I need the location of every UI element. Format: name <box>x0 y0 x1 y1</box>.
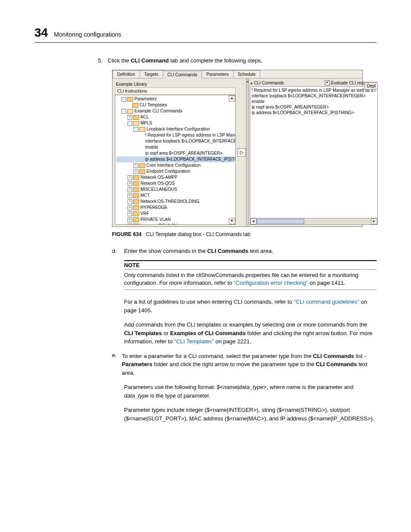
tree-node[interactable]: interface loopback $<LOOPBACK_INTERFACE|… <box>116 138 234 144</box>
substep-d: d. Enter the show commands in the CLI Co… <box>112 248 377 254</box>
tree-scroll-down[interactable]: ▾ <box>229 218 235 224</box>
tree-node-label: Network OS-QOS <box>140 181 174 186</box>
tab-parameters[interactable]: Parameters <box>202 70 234 78</box>
link-config-error-checking[interactable]: "Configuration error checking" <box>234 280 308 286</box>
folder-icon <box>133 199 139 204</box>
scroll-right-button[interactable]: ▸ <box>371 218 377 224</box>
folder-icon <box>132 103 138 108</box>
tree-node[interactable]: +MISCELLANEOUS <box>116 187 234 193</box>
tree-node-label: PRIVATE VLAN <box>140 217 171 222</box>
move-right-button[interactable]: ▷ <box>237 148 246 157</box>
expand-icon[interactable]: - <box>121 109 126 114</box>
link-cli-command-guidelines[interactable]: "CLI command guidelines" <box>294 299 359 305</box>
checkbox-icon: ✔ <box>325 80 330 85</box>
tree-node-label: Network OS-AMPP <box>140 175 177 180</box>
tree-node-label: VRF <box>140 211 149 216</box>
tab-schedule[interactable]: Schedule <box>233 70 261 78</box>
folder-icon <box>139 127 145 132</box>
expand-icon[interactable]: + <box>128 193 132 198</box>
folder-icon <box>133 115 139 120</box>
expand-icon[interactable]: + <box>128 205 132 210</box>
cli-commands-pane: CLI Commands ✔ Evaluate CLI responses ! … <box>249 78 380 227</box>
expand-icon[interactable]: + <box>128 212 132 216</box>
pane-collapse-handle[interactable]: ◂ <box>246 78 249 227</box>
expand-icon[interactable]: - <box>128 121 132 126</box>
page-header: 34 Monitoring configurations <box>34 26 377 43</box>
tree-node[interactable]: ip ospf area $<OSPF_AREA|INTEGER> <box>116 150 234 156</box>
tab-definition[interactable]: Definition <box>112 70 140 78</box>
expand-icon[interactable]: + <box>128 175 132 180</box>
expand-icon[interactable]: + <box>128 181 132 186</box>
editor-line: enable <box>252 99 376 104</box>
folder-icon <box>133 121 139 126</box>
tab-cli-commands[interactable]: CLI Commands <box>163 71 202 78</box>
tree-scroll-up[interactable]: ▴ <box>229 95 235 102</box>
tab-targets[interactable]: Targets <box>140 70 163 78</box>
expand-icon[interactable]: + <box>128 187 132 192</box>
note-body: Only commands listed in the cliShowComma… <box>124 270 377 290</box>
tree-node-label: Example CLI Commands <box>134 109 182 113</box>
folder-icon <box>139 163 145 168</box>
tree-node[interactable]: +Network OS-THRESHOLDING <box>116 199 234 205</box>
tree-node[interactable]: +HYPEREDGE <box>116 205 234 211</box>
tree-node[interactable]: +Network OS-QOS <box>116 180 234 187</box>
note-block: NOTE Only commands listed in the cliShow… <box>124 260 377 290</box>
tree-node[interactable]: ! Required for LSP egress address in LSP… <box>116 132 234 138</box>
tree-node[interactable]: ip address $<LOOPBACK_INTERFACE_IP|STRIN… <box>116 156 234 162</box>
editor-line: ! Required for LSP egress address in LSP… <box>252 87 376 93</box>
expand-icon[interactable]: - <box>121 97 126 102</box>
folder-icon <box>133 187 139 192</box>
tree-node[interactable]: +Core Interface Configuration <box>116 162 234 168</box>
link-cli-templates[interactable]: "CLI Templates" <box>174 338 214 345</box>
tree-node[interactable]: enable <box>116 144 234 150</box>
tree-node[interactable]: -Loopback Interface Configuration <box>116 126 234 132</box>
tree-node-label: ACL <box>140 115 149 119</box>
tree-node-label: Parameters <box>134 96 157 101</box>
expand-icon[interactable]: + <box>128 218 132 222</box>
tree-node[interactable]: CLI Templates <box>116 102 234 108</box>
folder-icon <box>133 212 139 216</box>
figure-caption: FIGURE 634 CLI Template dialog box - CLI… <box>112 231 377 237</box>
tree-node[interactable]: -MPLS <box>116 120 234 126</box>
tree-node[interactable]: +VRF <box>116 211 234 217</box>
tree-node[interactable]: +Endpoint Configuration <box>116 168 234 174</box>
tree-node[interactable]: -Parameters <box>116 96 234 102</box>
example-library-pane: Example Library CLI Instructions ▴ -Para… <box>112 78 237 227</box>
expand-icon[interactable]: + <box>128 224 132 225</box>
tree-node-label: MCT <box>140 193 150 198</box>
cli-commands-label: CLI Commands <box>251 81 284 85</box>
expand-icon[interactable]: - <box>134 127 138 132</box>
tree-node[interactable]: +Ironware OS VLAN <box>116 223 234 225</box>
editor-line: interface loopback $<LOOPBACK_INTERFACE|… <box>252 93 376 99</box>
tree-node-label: ip address $<LOOPBACK_INTERFACE_IP|STRIN… <box>145 157 236 162</box>
tree-node[interactable]: +ACL <box>116 114 234 120</box>
note-heading: NOTE <box>124 260 377 270</box>
expand-icon[interactable]: + <box>128 115 132 120</box>
expand-icon[interactable]: + <box>128 199 132 204</box>
scroll-thumb[interactable] <box>257 219 304 224</box>
step-number: 5. <box>95 57 103 64</box>
expand-icon[interactable]: + <box>134 163 138 168</box>
example-library-tree[interactable]: ▴ -ParametersCLI Templates-Example CLI C… <box>115 95 236 225</box>
transfer-buttons: ▷ <box>237 78 246 227</box>
folder-icon <box>133 205 139 210</box>
editor-line: ip ospf area $<OSPF_AREA|INTEGER> <box>252 104 376 110</box>
tree-node-label: MISCELLANEOUS <box>140 187 177 192</box>
tree-node[interactable]: +PRIVATE VLAN <box>116 217 234 223</box>
expand-icon[interactable]: + <box>134 169 138 174</box>
folder-icon <box>139 169 145 174</box>
deploy-button[interactable]: Depl <box>364 82 378 90</box>
cli-commands-textarea[interactable]: ! Required for LSP egress address in LSP… <box>250 86 378 218</box>
chapter-number: 34 <box>34 26 48 40</box>
substep-e: e. To enter a parameter for a CLI comman… <box>112 352 377 377</box>
para-param-types: Parameter types include integer ($<name|… <box>124 406 377 423</box>
scroll-left-button[interactable]: ◂ <box>250 218 257 224</box>
cli-template-dialog: Definition Targets CLI Commands Paramete… <box>112 70 363 227</box>
dialog-tabs: Definition Targets CLI Commands Paramete… <box>112 70 362 78</box>
tree-node-label: Network OS-THRESHOLDING <box>140 199 199 204</box>
tree-node[interactable]: +MCT <box>116 193 234 199</box>
editor-horizontal-scrollbar[interactable]: ◂ ▸ <box>250 218 378 225</box>
tree-node[interactable]: +Network OS-AMPP <box>116 174 234 180</box>
scroll-track[interactable] <box>257 219 371 224</box>
tree-node[interactable]: -Example CLI Commands <box>116 108 234 114</box>
